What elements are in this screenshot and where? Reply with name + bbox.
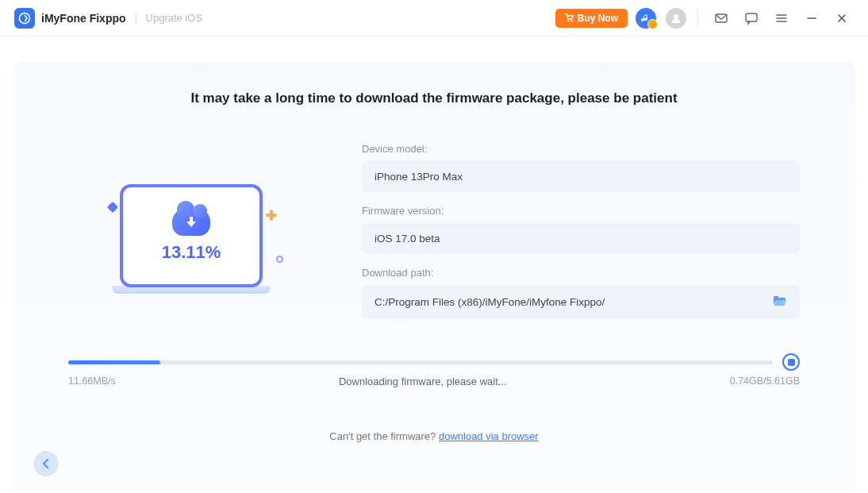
- buy-now-label: Buy Now: [578, 13, 618, 24]
- firmware-version-label: Firmware version:: [362, 205, 800, 217]
- mail-icon: [714, 11, 728, 25]
- download-path-label: Download path:: [362, 267, 800, 279]
- back-button[interactable]: [33, 451, 59, 476]
- minimize-icon: [806, 13, 817, 24]
- cart-icon: [565, 13, 574, 23]
- menu-button[interactable]: [770, 6, 793, 30]
- account-button[interactable]: [664, 6, 688, 30]
- browse-folder-button[interactable]: [773, 295, 787, 310]
- device-model-label: Device model:: [362, 143, 800, 155]
- avatar-icon: [666, 8, 686, 29]
- illustration: 13.11%: [68, 138, 314, 332]
- arrow-left-icon: [40, 457, 52, 470]
- app-logo-icon: [14, 8, 35, 29]
- firmware-version-field: iOS 17.0 beta: [362, 223, 800, 254]
- stop-download-button[interactable]: [782, 353, 800, 371]
- close-button[interactable]: [830, 6, 854, 30]
- arrow-down-icon: [186, 217, 196, 228]
- music-icon: [636, 8, 656, 29]
- svg-point-0: [20, 13, 30, 23]
- download-via-browser-link[interactable]: download via browser: [439, 430, 539, 442]
- svg-point-3: [674, 14, 678, 19]
- sparkle-decor-icon: [266, 210, 277, 221]
- helper-prefix: Can't get the firmware?: [329, 430, 439, 442]
- breadcrumb: Upgrate iOS: [146, 12, 203, 24]
- download-speed: 11.66MB/s: [68, 376, 116, 387]
- content-area: It may take a long time to download the …: [0, 37, 868, 493]
- download-card: It may take a long time to download the …: [13, 62, 855, 491]
- device-model-value: iPhone 13Pro Max: [374, 171, 463, 183]
- download-size: 0.74GB/5.61GB: [730, 376, 800, 387]
- home-button-decor-icon: [276, 256, 283, 263]
- svg-point-2: [570, 20, 572, 21]
- helper-text: Can't get the firmware? download via bro…: [68, 430, 800, 442]
- close-icon: [836, 13, 847, 24]
- chat-icon: [744, 11, 759, 25]
- folder-open-icon: [773, 295, 787, 307]
- progress-bar: [68, 360, 773, 364]
- titlebar: iMyFone Fixppo Upgrate iOS Buy Now: [0, 0, 868, 37]
- diamond-decor-icon: [107, 202, 118, 213]
- buy-now-button[interactable]: Buy Now: [555, 9, 628, 28]
- divider: [136, 11, 136, 25]
- form-panel: Device model: iPhone 13Pro Max Firmware …: [362, 138, 800, 332]
- device-screen-graphic: 13.11%: [120, 184, 263, 287]
- firmware-version-value: iOS 17.0 beta: [374, 233, 440, 245]
- download-path-value: C:/Program Files (x86)/iMyFone/iMyfone F…: [374, 296, 605, 308]
- page-heading: It may take a long time to download the …: [68, 91, 800, 106]
- feedback-button[interactable]: [739, 6, 763, 30]
- device-model-field: iPhone 13Pro Max: [362, 161, 800, 192]
- download-path-field: C:/Program Files (x86)/iMyFone/iMyfone F…: [362, 285, 800, 319]
- menu-icon: [775, 12, 788, 25]
- svg-point-1: [567, 20, 569, 21]
- download-status: Downloading firmware, please wait...: [339, 376, 507, 387]
- minimize-button[interactable]: [800, 6, 824, 30]
- mail-button[interactable]: [709, 6, 733, 30]
- progress-fill: [68, 360, 160, 364]
- svg-rect-5: [746, 13, 757, 21]
- progress-section: 11.66MB/s Downloading firmware, please w…: [68, 360, 800, 387]
- divider: [697, 10, 698, 26]
- download-percent: 13.11%: [162, 242, 221, 263]
- music-assistant-button[interactable]: [634, 6, 658, 30]
- app-name: iMyFone Fixppo: [41, 12, 126, 25]
